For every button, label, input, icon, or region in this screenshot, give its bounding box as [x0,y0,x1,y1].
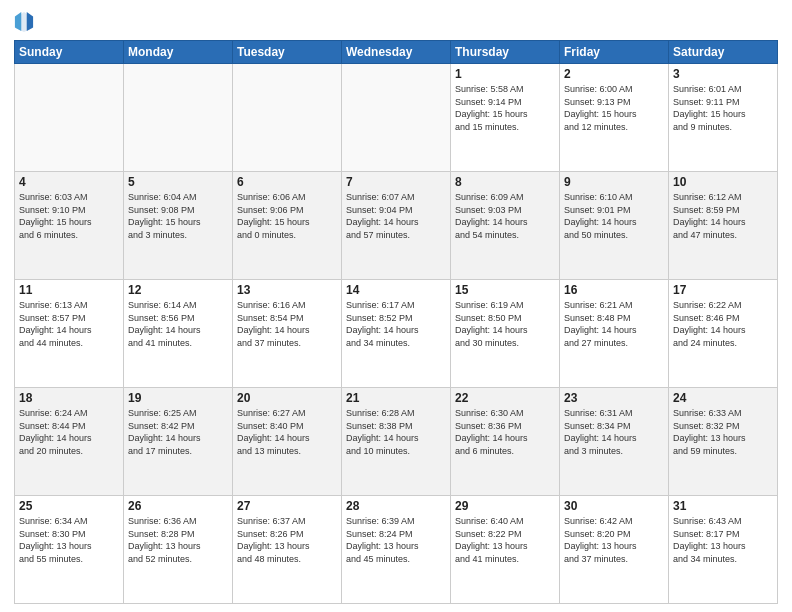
day-info: Sunrise: 6:21 AMSunset: 8:48 PMDaylight:… [564,299,664,349]
day-info: Sunrise: 6:40 AMSunset: 8:22 PMDaylight:… [455,515,555,565]
calendar-day-cell: 29Sunrise: 6:40 AMSunset: 8:22 PMDayligh… [451,496,560,604]
day-number: 20 [237,391,337,405]
day-number: 7 [346,175,446,189]
calendar-day-cell: 19Sunrise: 6:25 AMSunset: 8:42 PMDayligh… [124,388,233,496]
day-info: Sunrise: 6:36 AMSunset: 8:28 PMDaylight:… [128,515,228,565]
calendar-day-cell: 31Sunrise: 6:43 AMSunset: 8:17 PMDayligh… [669,496,778,604]
calendar-day-cell: 1Sunrise: 5:58 AMSunset: 9:14 PMDaylight… [451,64,560,172]
calendar-header-row: SundayMondayTuesdayWednesdayThursdayFrid… [15,41,778,64]
day-number: 14 [346,283,446,297]
calendar-day-cell: 30Sunrise: 6:42 AMSunset: 8:20 PMDayligh… [560,496,669,604]
calendar-day-cell: 2Sunrise: 6:00 AMSunset: 9:13 PMDaylight… [560,64,669,172]
calendar-day-cell: 21Sunrise: 6:28 AMSunset: 8:38 PMDayligh… [342,388,451,496]
day-number: 5 [128,175,228,189]
day-number: 2 [564,67,664,81]
day-info: Sunrise: 6:16 AMSunset: 8:54 PMDaylight:… [237,299,337,349]
day-number: 10 [673,175,773,189]
day-number: 29 [455,499,555,513]
day-number: 12 [128,283,228,297]
calendar-day-cell: 27Sunrise: 6:37 AMSunset: 8:26 PMDayligh… [233,496,342,604]
logo [14,10,38,34]
day-info: Sunrise: 6:43 AMSunset: 8:17 PMDaylight:… [673,515,773,565]
day-number: 28 [346,499,446,513]
header-saturday: Saturday [669,41,778,64]
calendar-day-cell: 23Sunrise: 6:31 AMSunset: 8:34 PMDayligh… [560,388,669,496]
calendar-day-cell: 13Sunrise: 6:16 AMSunset: 8:54 PMDayligh… [233,280,342,388]
calendar-day-cell: 9Sunrise: 6:10 AMSunset: 9:01 PMDaylight… [560,172,669,280]
calendar-day-cell: 12Sunrise: 6:14 AMSunset: 8:56 PMDayligh… [124,280,233,388]
day-info: Sunrise: 6:28 AMSunset: 8:38 PMDaylight:… [346,407,446,457]
day-number: 25 [19,499,119,513]
page: SundayMondayTuesdayWednesdayThursdayFrid… [0,0,792,612]
calendar-day-cell: 8Sunrise: 6:09 AMSunset: 9:03 PMDaylight… [451,172,560,280]
header-sunday: Sunday [15,41,124,64]
calendar-day-cell: 28Sunrise: 6:39 AMSunset: 8:24 PMDayligh… [342,496,451,604]
day-info: Sunrise: 6:22 AMSunset: 8:46 PMDaylight:… [673,299,773,349]
day-info: Sunrise: 6:25 AMSunset: 8:42 PMDaylight:… [128,407,228,457]
day-number: 21 [346,391,446,405]
calendar-day-cell [15,64,124,172]
day-info: Sunrise: 6:33 AMSunset: 8:32 PMDaylight:… [673,407,773,457]
calendar-week-row: 11Sunrise: 6:13 AMSunset: 8:57 PMDayligh… [15,280,778,388]
day-info: Sunrise: 6:31 AMSunset: 8:34 PMDaylight:… [564,407,664,457]
calendar-day-cell: 22Sunrise: 6:30 AMSunset: 8:36 PMDayligh… [451,388,560,496]
generalblue-logo-icon [14,10,34,34]
day-info: Sunrise: 5:58 AMSunset: 9:14 PMDaylight:… [455,83,555,133]
day-info: Sunrise: 6:39 AMSunset: 8:24 PMDaylight:… [346,515,446,565]
day-number: 4 [19,175,119,189]
calendar-day-cell [124,64,233,172]
day-number: 23 [564,391,664,405]
day-info: Sunrise: 6:19 AMSunset: 8:50 PMDaylight:… [455,299,555,349]
calendar-day-cell: 10Sunrise: 6:12 AMSunset: 8:59 PMDayligh… [669,172,778,280]
calendar-table: SundayMondayTuesdayWednesdayThursdayFrid… [14,40,778,604]
day-number: 31 [673,499,773,513]
day-info: Sunrise: 6:12 AMSunset: 8:59 PMDaylight:… [673,191,773,241]
day-number: 11 [19,283,119,297]
header-tuesday: Tuesday [233,41,342,64]
day-number: 16 [564,283,664,297]
day-number: 17 [673,283,773,297]
day-number: 27 [237,499,337,513]
header-monday: Monday [124,41,233,64]
day-number: 13 [237,283,337,297]
day-info: Sunrise: 6:00 AMSunset: 9:13 PMDaylight:… [564,83,664,133]
header-wednesday: Wednesday [342,41,451,64]
calendar-day-cell [233,64,342,172]
header [14,10,778,34]
day-number: 6 [237,175,337,189]
day-info: Sunrise: 6:09 AMSunset: 9:03 PMDaylight:… [455,191,555,241]
day-info: Sunrise: 6:04 AMSunset: 9:08 PMDaylight:… [128,191,228,241]
day-info: Sunrise: 6:42 AMSunset: 8:20 PMDaylight:… [564,515,664,565]
day-info: Sunrise: 6:27 AMSunset: 8:40 PMDaylight:… [237,407,337,457]
calendar-week-row: 4Sunrise: 6:03 AMSunset: 9:10 PMDaylight… [15,172,778,280]
day-number: 8 [455,175,555,189]
calendar-day-cell: 18Sunrise: 6:24 AMSunset: 8:44 PMDayligh… [15,388,124,496]
day-number: 15 [455,283,555,297]
day-info: Sunrise: 6:01 AMSunset: 9:11 PMDaylight:… [673,83,773,133]
calendar-day-cell: 20Sunrise: 6:27 AMSunset: 8:40 PMDayligh… [233,388,342,496]
day-number: 9 [564,175,664,189]
day-info: Sunrise: 6:06 AMSunset: 9:06 PMDaylight:… [237,191,337,241]
calendar-day-cell: 16Sunrise: 6:21 AMSunset: 8:48 PMDayligh… [560,280,669,388]
day-info: Sunrise: 6:07 AMSunset: 9:04 PMDaylight:… [346,191,446,241]
calendar-day-cell: 25Sunrise: 6:34 AMSunset: 8:30 PMDayligh… [15,496,124,604]
calendar-week-row: 18Sunrise: 6:24 AMSunset: 8:44 PMDayligh… [15,388,778,496]
day-info: Sunrise: 6:30 AMSunset: 8:36 PMDaylight:… [455,407,555,457]
day-info: Sunrise: 6:34 AMSunset: 8:30 PMDaylight:… [19,515,119,565]
header-thursday: Thursday [451,41,560,64]
calendar-day-cell [342,64,451,172]
calendar-day-cell: 26Sunrise: 6:36 AMSunset: 8:28 PMDayligh… [124,496,233,604]
calendar-week-row: 1Sunrise: 5:58 AMSunset: 9:14 PMDaylight… [15,64,778,172]
calendar-day-cell: 24Sunrise: 6:33 AMSunset: 8:32 PMDayligh… [669,388,778,496]
day-info: Sunrise: 6:37 AMSunset: 8:26 PMDaylight:… [237,515,337,565]
calendar-day-cell: 15Sunrise: 6:19 AMSunset: 8:50 PMDayligh… [451,280,560,388]
day-number: 26 [128,499,228,513]
day-number: 19 [128,391,228,405]
day-number: 18 [19,391,119,405]
header-friday: Friday [560,41,669,64]
day-number: 1 [455,67,555,81]
calendar-day-cell: 11Sunrise: 6:13 AMSunset: 8:57 PMDayligh… [15,280,124,388]
calendar-day-cell: 5Sunrise: 6:04 AMSunset: 9:08 PMDaylight… [124,172,233,280]
calendar-day-cell: 14Sunrise: 6:17 AMSunset: 8:52 PMDayligh… [342,280,451,388]
calendar-day-cell: 7Sunrise: 6:07 AMSunset: 9:04 PMDaylight… [342,172,451,280]
